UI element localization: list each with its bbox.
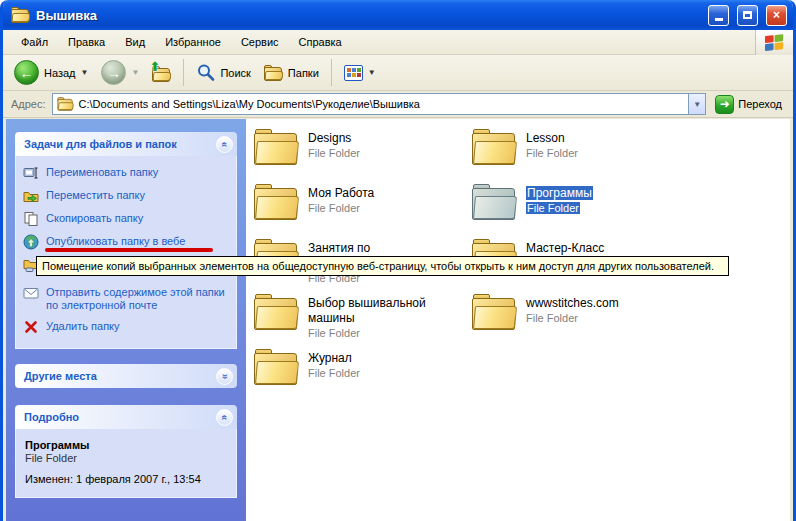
task-move-folder[interactable]: Переместить папку (23, 188, 231, 204)
file-tasks-header[interactable]: Задачи для файлов и папок « (15, 132, 237, 156)
copy-icon (23, 211, 39, 227)
folder-item-zhurnal[interactable]: Журнал File Folder (254, 348, 472, 403)
details-modified-date: Изменен: 1 февраля 2007 г., 13:54 (25, 473, 228, 485)
details-body: Программы File Folder Изменен: 1 февраля… (15, 429, 237, 498)
task-email-folder[interactable]: Отправить содержимое этой папки по элект… (23, 285, 231, 312)
address-bar: Адрес: C:\Documents and Settings\Liza\My… (3, 91, 793, 118)
toolbar-separator (183, 59, 184, 86)
address-label: Адрес: (11, 98, 46, 110)
folder-icon (254, 183, 299, 221)
folder-name: Моя Работа (308, 186, 374, 200)
folder-type: File Folder (308, 147, 360, 159)
search-label: Поиск (220, 67, 250, 79)
menu-favorites[interactable]: Избранное (155, 32, 231, 52)
folder-name: Lesson (526, 131, 565, 145)
details-title: Подробно (24, 411, 79, 423)
menu-view[interactable]: Вид (115, 32, 155, 52)
task-delete-folder[interactable]: Удалить папку (23, 319, 231, 335)
task-label: Скопировать папку (46, 211, 143, 225)
title-bar[interactable]: Вышивка × (3, 0, 793, 30)
file-tasks-body: Переименовать папку Переместить папку (15, 156, 237, 349)
rename-icon (23, 165, 39, 181)
collapse-chevron-icon[interactable]: « (216, 136, 233, 153)
address-folder-icon (57, 97, 73, 111)
panel-other-places: Другие места « (15, 364, 237, 388)
forward-arrow-icon: → (101, 60, 126, 85)
folder-item-programmy-selected[interactable]: Программы File Folder (472, 183, 690, 238)
folder-type: File Folder (308, 367, 360, 379)
window-title: Вышивка (36, 8, 700, 23)
folder-item-moya-rabota[interactable]: Моя Работа File Folder (254, 183, 472, 238)
address-input[interactable]: C:\Documents and Settings\Liza\My Docume… (52, 93, 707, 115)
folder-name: Мастер-Класс (526, 241, 604, 255)
publish-tooltip: Помещение копий выбранных элементов на о… (36, 256, 729, 276)
address-path[interactable]: C:\Documents and Settings\Liza\My Docume… (79, 98, 685, 110)
folder-type: File Folder (526, 147, 578, 159)
task-rename-folder[interactable]: Переименовать папку (23, 165, 231, 181)
folder-icon (254, 348, 299, 386)
folder-icon (472, 128, 517, 166)
task-label: Переместить папку (46, 188, 145, 202)
views-grid-icon (344, 65, 363, 81)
maximize-button[interactable] (737, 5, 758, 26)
window-body: Задачи для файлов и папок « (6, 119, 790, 521)
windows-logo-icon (755, 30, 793, 55)
go-button[interactable]: ➜ Переход (712, 93, 785, 116)
folder-item-wwwstitches[interactable]: wwwstitches.com File Folder (472, 293, 690, 348)
folder-type: File Folder (308, 202, 360, 214)
folder-name: Designs (308, 131, 351, 145)
details-item-type: File Folder (25, 452, 228, 464)
other-places-header[interactable]: Другие места « (15, 364, 237, 388)
explorer-window: Вышивка × Файл Правка Вид Избранное Серв… (0, 0, 796, 521)
task-label: Удалить папку (46, 319, 120, 333)
file-tasks-title: Задачи для файлов и папок (24, 138, 177, 150)
minimize-button[interactable] (708, 5, 729, 26)
folder-icon (472, 293, 517, 331)
folder-name: wwwstitches.com (526, 296, 619, 310)
search-button[interactable]: Поиск (191, 60, 255, 85)
task-publish-folder-web[interactable]: Опубликовать папку в вебе (23, 234, 231, 250)
forward-dropdown-caret[interactable]: ▼ (131, 68, 139, 77)
menu-help[interactable]: Справка (289, 32, 352, 52)
up-folder-icon: ⬆ (152, 66, 171, 82)
go-label: Переход (738, 98, 782, 110)
panel-details: Подробно « Программы File Folder Изменен… (15, 405, 237, 498)
back-dropdown-caret[interactable]: ▼ (81, 68, 89, 77)
back-button[interactable]: ← Назад ▼ (9, 57, 93, 88)
folder-type: File Folder (526, 312, 578, 324)
collapse-chevron-icon[interactable]: « (216, 409, 233, 426)
folder-name: Журнал (308, 351, 352, 365)
folder-name: Программы (526, 186, 593, 200)
delete-icon (23, 319, 39, 335)
views-button[interactable]: ▼ (339, 62, 381, 84)
menu-tools[interactable]: Сервис (231, 32, 289, 52)
window-folder-icon (11, 7, 30, 23)
search-icon (196, 63, 215, 82)
task-sidebar: Задачи для файлов и папок « (6, 119, 246, 521)
other-places-title: Другие места (24, 370, 97, 382)
panel-file-tasks: Задачи для файлов и папок « (15, 132, 237, 349)
views-dropdown-caret[interactable]: ▼ (368, 68, 376, 77)
folder-item-vybor-mashiny[interactable]: Выбор вышивальной машины File Folder (254, 293, 472, 348)
folder-name: Выбор вышивальной машины (308, 296, 426, 325)
folder-icon (254, 128, 299, 166)
up-button[interactable]: ⬆ (147, 60, 176, 85)
expand-chevron-icon[interactable]: « (216, 368, 233, 385)
folder-icon-selected (472, 183, 517, 221)
forward-button[interactable]: → ▼ (96, 57, 144, 88)
task-label: Переименовать папку (46, 165, 158, 179)
menu-file[interactable]: Файл (11, 32, 58, 52)
close-button[interactable]: × (766, 5, 787, 26)
email-icon (23, 285, 39, 301)
menu-edit[interactable]: Правка (58, 32, 115, 52)
task-copy-folder[interactable]: Скопировать папку (23, 211, 231, 227)
back-arrow-icon: ← (14, 60, 39, 85)
go-arrow-icon: ➜ (715, 95, 734, 114)
folder-icon (254, 293, 299, 331)
address-dropdown-button[interactable]: ▼ (688, 94, 705, 114)
details-header[interactable]: Подробно « (15, 405, 237, 429)
folder-item-lesson[interactable]: Lesson File Folder (472, 128, 690, 183)
folder-item-designs[interactable]: Designs File Folder (254, 128, 472, 183)
folder-type: File Folder (308, 327, 360, 339)
folders-button[interactable]: Папки (259, 62, 324, 84)
